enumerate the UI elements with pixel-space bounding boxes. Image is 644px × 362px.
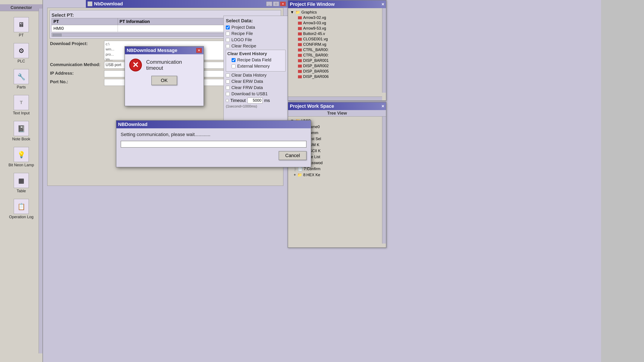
clear-event-history-section: Clear Event History Recipe Data Field Ex…: [226, 50, 286, 71]
logo-file-checkbox[interactable]: [226, 38, 230, 42]
clear-data-history-row[interactable]: Clear Data History: [226, 73, 286, 78]
sidebar-item-operation-log[interactable]: 📋 Operation Log: [5, 197, 37, 221]
clear-frw-data-row[interactable]: Clear FRW Data: [226, 85, 286, 90]
list-item[interactable]: CONFIRM.vg: [289, 42, 385, 47]
sidebar-item-pt[interactable]: 🖥 PT: [5, 15, 37, 39]
sidebar-item-text-input-label: Text Input: [13, 111, 30, 115]
sidebar-item-parts[interactable]: 🔧 Parts: [5, 67, 37, 91]
recipe-file-label: Recipe File: [232, 31, 253, 36]
list-item[interactable]: Arrow9-53.vg: [289, 26, 385, 31]
sidebar-item-text-input[interactable]: T Text Input: [5, 93, 37, 117]
clear-recipe-row[interactable]: Clear Recipe: [226, 43, 286, 48]
message-row: ✕ Communication timeout: [129, 58, 199, 71]
list-item[interactable]: DISP_BAR001: [289, 58, 385, 63]
cancel-button[interactable]: Cancel: [279, 151, 306, 160]
pt-cell: HMI0: [52, 25, 118, 32]
project-workspace-close[interactable]: ×: [382, 103, 384, 109]
tree-item-label: CTRL_BAR00:: [303, 53, 329, 57]
project-file-tree: ▼ 📁 Graphics Arrow3-02.vg Arrow3-03.vg A…: [288, 8, 386, 93]
external-memory-checkbox[interactable]: [232, 64, 236, 68]
file-icon: [298, 48, 302, 51]
sidebar-scrollbar[interactable]: [39, 8, 42, 354]
list-item[interactable]: CTRL_BAR00:: [289, 47, 385, 52]
tree-root-graphics[interactable]: ▼ 📁 Graphics: [289, 9, 385, 15]
timeout-label: Timeout: [230, 98, 246, 103]
sidebar-title: Connector: [0, 4, 42, 11]
project-file-window: Project File Window × ▼ 📁 Graphics Arrow…: [288, 0, 386, 101]
sidebar-item-bit-neon-lamp[interactable]: 💡 Bit Neon Lamp: [5, 145, 37, 169]
expand-icon: ▼: [290, 10, 294, 14]
list-item[interactable]: CLOSE001.vg: [289, 36, 385, 42]
nbdownload-toolbar: NbDownload _ □ ×: [86, 0, 288, 8]
sidebar-item-plc[interactable]: ⚙ PLC: [5, 41, 37, 65]
timeout-value-input[interactable]: [248, 98, 262, 103]
list-item[interactable]: Button2-45.v: [289, 31, 385, 36]
minimize-button[interactable]: _: [266, 1, 272, 6]
message-text: Communication timeout: [146, 59, 199, 71]
download-to-usb1-label: Download to USB1: [232, 91, 268, 96]
sidebar-item-notebook-label: Note Book: [12, 137, 30, 141]
download-to-usb1-checkbox[interactable]: [226, 92, 230, 96]
expand-icon: +: [294, 173, 296, 177]
sidebar-item-table[interactable]: ▦ Table: [5, 171, 37, 195]
communication-method-label: Communication Method:: [50, 62, 102, 67]
sidebar: Connector 🖥 PT ⚙ PLC 🔧 Parts T Text Inpu…: [0, 0, 43, 362]
list-item[interactable]: Arrow3-02.vg: [289, 15, 385, 20]
recipe-data-field-row[interactable]: Recipe Data Field: [227, 57, 284, 62]
parts-icon: 🔧: [14, 69, 29, 84]
tree-item-label: DISP_BAR001: [303, 58, 329, 63]
project-file-window-close[interactable]: ×: [382, 1, 384, 7]
logo-file-row[interactable]: LOGO File: [226, 37, 286, 42]
message-dialog-title: NBDownload Message: [127, 48, 177, 53]
project-file-scrollbar-h[interactable]: [288, 97, 382, 100]
list-item[interactable]: DISP_BAR006: [289, 74, 385, 79]
sidebar-item-bit-neon-lamp-label: Bit Neon Lamp: [8, 163, 34, 167]
download-to-usb1-row[interactable]: Download to USB1: [226, 91, 286, 96]
logo-file-label: LOGO File: [232, 37, 252, 42]
file-icon: [298, 43, 302, 46]
tree-item-label: Button2-45.v: [303, 31, 325, 36]
ip-address-label: IP Address:: [50, 70, 102, 76]
clear-frw-data-checkbox[interactable]: [226, 86, 230, 90]
nbdownload-window-icon: [88, 1, 92, 6]
recipe-file-checkbox[interactable]: [226, 32, 230, 36]
clear-data-history-checkbox[interactable]: [226, 73, 230, 77]
tree-item-label: Arrow3-03.vg: [303, 21, 326, 25]
recipe-data-field-checkbox[interactable]: [232, 58, 236, 62]
table-icon: ▦: [14, 173, 29, 188]
external-memory-row[interactable]: External Memory: [227, 64, 284, 69]
project-data-label: Project Data: [232, 25, 255, 30]
project-data-checkbox[interactable]: [226, 25, 230, 29]
tree-root-label: Graphics: [302, 10, 317, 14]
clear-erw-data-checkbox[interactable]: [226, 80, 230, 83]
close-button[interactable]: ×: [280, 1, 286, 6]
project-workspace-scrollbar-v[interactable]: [382, 116, 386, 244]
operation-log-icon: 📋: [14, 199, 29, 214]
list-item[interactable]: Arrow3-03.vg: [289, 20, 385, 26]
select-pt-label: Select PT:: [52, 12, 74, 18]
list-item[interactable]: DISP_BAR002: [289, 63, 385, 69]
maximize-button[interactable]: □: [273, 1, 279, 6]
sidebar-item-notebook[interactable]: 📓 Note Book: [5, 119, 37, 143]
recipe-file-row[interactable]: Recipe File: [226, 31, 286, 36]
clear-erw-data-row[interactable]: Clear ERW Data: [226, 79, 286, 84]
list-item[interactable]: CTRL_BAR00:: [289, 52, 385, 58]
project-file-scrollbar-v[interactable]: [382, 8, 386, 93]
sidebar-item-plc-label: PLC: [18, 59, 25, 63]
sidebar-item-parts-label: Parts: [17, 85, 26, 89]
clear-erw-data-label: Clear ERW Data: [232, 79, 263, 84]
sidebar-item-table-label: Table: [16, 189, 26, 193]
progress-dialog: NBDownload Setting communication, please…: [116, 120, 311, 167]
ok-button[interactable]: OK: [151, 76, 177, 85]
notebook-icon: 📓: [14, 121, 29, 136]
text-input-icon: T: [14, 95, 29, 110]
file-icon: [298, 65, 302, 68]
tree-item-label: CLOSE001.vg: [303, 37, 328, 41]
project-data-row[interactable]: Project Data: [226, 25, 286, 30]
list-item[interactable]: DISP_BAR005: [289, 69, 385, 74]
timeout-checkbox[interactable]: [226, 99, 228, 102]
message-dialog-close-button[interactable]: ×: [196, 48, 202, 53]
clear-recipe-checkbox[interactable]: [226, 44, 230, 48]
error-icon: ✕: [129, 58, 142, 71]
list-item[interactable]: + 📁 8:HEX Ke: [289, 172, 385, 178]
